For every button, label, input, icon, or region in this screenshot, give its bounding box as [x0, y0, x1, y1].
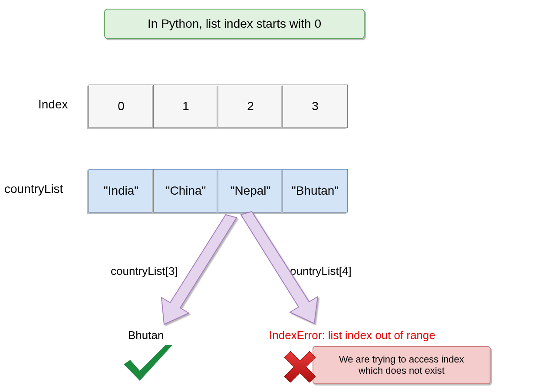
- index-cell-1-value: 1: [182, 99, 189, 113]
- list-cell-3-value: "Bhutan": [292, 184, 339, 198]
- index-cell-3-value: 3: [312, 99, 319, 113]
- list-cell-0: "India": [89, 169, 154, 212]
- right-expression: countryList[4]: [284, 265, 352, 278]
- title-text: In Python, list index starts with 0: [148, 17, 321, 31]
- list-cell-1-value: "China": [165, 184, 206, 198]
- cross-icon: [284, 351, 316, 382]
- list-cell-1: "China": [153, 169, 218, 212]
- left-expression: countryList[3]: [111, 265, 178, 278]
- list-row: "India" "China" "Nepal" "Bhutan": [89, 169, 348, 212]
- list-cell-2: "Nepal": [218, 169, 283, 212]
- index-cell-3: 3: [283, 85, 348, 128]
- index-cell-2: 2: [218, 85, 283, 128]
- list-cell-2-value: "Nepal": [230, 184, 270, 198]
- index-cell-0: 0: [89, 85, 154, 128]
- title-box: In Python, list index starts with 0: [104, 9, 365, 39]
- error-explanation-box: We are trying to access index which does…: [313, 346, 490, 384]
- index-cell-0-value: 0: [118, 99, 125, 113]
- check-icon: [124, 345, 173, 381]
- index-cell-2-value: 2: [247, 99, 254, 113]
- index-cell-1: 1: [153, 85, 218, 128]
- right-error: IndexError: list index out of range: [269, 329, 435, 342]
- left-result: Bhutan: [128, 329, 164, 342]
- list-cell-0-value: "India": [104, 184, 139, 198]
- error-explanation-text: We are trying to access index which does…: [339, 354, 464, 376]
- index-row: 0 1 2 3: [89, 85, 348, 128]
- list-label: countryList: [4, 182, 63, 196]
- list-cell-3: "Bhutan": [283, 169, 348, 212]
- index-label: Index: [38, 98, 68, 111]
